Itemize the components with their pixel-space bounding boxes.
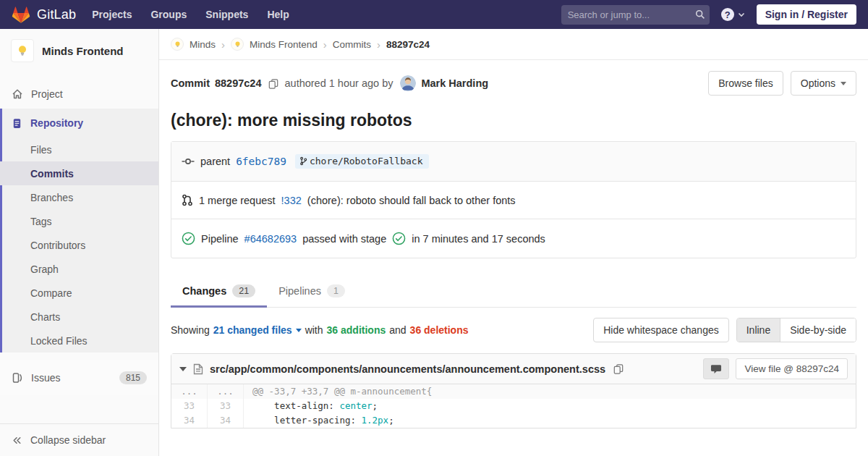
nav-groups[interactable]: Groups: [150, 9, 187, 20]
code-text: letter-spacing:: [252, 415, 362, 426]
commit-tabs: Changes 21 Pipelines 1: [171, 275, 856, 308]
nav-help[interactable]: Help: [267, 9, 289, 20]
code-value-token: 1.2px: [362, 415, 389, 426]
sidebar-item-commits[interactable]: Commits: [0, 161, 158, 185]
author-name[interactable]: Mark Harding: [421, 77, 488, 89]
sidebar-item-locked-files[interactable]: Locked Files: [0, 329, 158, 352]
sidebar-item-label: Repository: [30, 117, 83, 129]
project-sidebar: Minds Frontend Project Repository Files …: [0, 29, 159, 456]
search-input[interactable]: [568, 9, 695, 20]
parent-sha-link[interactable]: 6febc789: [236, 156, 286, 167]
help-menu[interactable]: ?: [721, 8, 745, 21]
commit-actions: Browse files Options: [708, 71, 856, 96]
code-text: ;: [373, 400, 378, 411]
top-navbar: GitLab Projects Groups Snippets Help ? S…: [0, 0, 868, 29]
sidebar-item-contributors[interactable]: Contributors: [0, 233, 158, 257]
old-line-number: ...: [171, 384, 208, 399]
parent-row: parent 6febc789 chore/RobotoFallback: [171, 142, 856, 181]
issues-count-badge: 815: [119, 371, 147, 384]
gitlab-logo[interactable]: GitLab: [12, 5, 76, 24]
breadcrumb-commits[interactable]: Commits: [333, 39, 371, 50]
pipeline-id-link[interactable]: #64682693: [244, 233, 297, 245]
issues-icon: [12, 372, 23, 384]
changes-count-badge: 21: [232, 284, 255, 297]
copy-path-button[interactable]: [612, 363, 625, 374]
nav-projects[interactable]: Projects: [92, 9, 132, 20]
showing-label: Showing: [171, 324, 210, 336]
new-line-number[interactable]: 34: [208, 413, 244, 428]
project-title: Minds Frontend: [42, 45, 124, 57]
parent-label: parent: [200, 156, 230, 167]
sign-in-button[interactable]: Sign in / Register: [757, 4, 856, 25]
diff-stats: Showing 21 changed files with 36 additio…: [171, 324, 469, 336]
changed-files-label: 21 changed files: [213, 324, 292, 336]
hunk-header-text: @@ -33,7 +33,7 @@ m-announcement{: [244, 384, 856, 399]
tab-label: Pipelines: [278, 285, 321, 297]
gitlab-tanuki-icon: [12, 5, 30, 24]
changed-files-dropdown[interactable]: 21 changed files: [213, 324, 302, 336]
breadcrumb-separator: ›: [323, 38, 327, 51]
tab-pipelines[interactable]: Pipelines 1: [267, 275, 357, 307]
side-by-side-view-button[interactable]: Side-by-side: [780, 318, 856, 342]
lightbulb-icon: [174, 41, 182, 48]
branch-icon: [299, 156, 307, 166]
tab-changes[interactable]: Changes 21: [171, 275, 267, 307]
file-actions: View file @ 88297c24: [703, 358, 848, 379]
sidebar-item-issues[interactable]: Issues 815: [0, 360, 158, 395]
sidebar-item-branches[interactable]: Branches: [0, 185, 158, 209]
toggle-comments-button[interactable]: [703, 358, 729, 379]
file-path[interactable]: src/app/common/components/announcements/…: [210, 363, 605, 375]
diff-summary-bar: Showing 21 changed files with 36 additio…: [171, 318, 856, 342]
content-area: Minds › Minds Frontend › Commits › 88297…: [159, 29, 868, 456]
sidebar-item-label: Issues: [31, 372, 60, 384]
merge-request-icon: [182, 194, 193, 206]
old-line-number[interactable]: 34: [171, 413, 208, 428]
commit-sha: 88297c24: [215, 77, 262, 89]
mr-count-text: 1 merge request: [199, 195, 276, 206]
branch-badge[interactable]: chore/RobotoFallback: [295, 154, 429, 169]
chevron-down-icon: [296, 329, 302, 332]
sidebar-item-graph[interactable]: Graph: [0, 257, 158, 281]
view-file-button[interactable]: View file @ 88297c24: [736, 358, 848, 379]
options-button[interactable]: Options: [791, 71, 856, 96]
home-icon: [12, 88, 23, 100]
stage-status-icon[interactable]: [392, 232, 406, 245]
diff-line-row: 34 34 letter-spacing: 1.2px;: [171, 413, 856, 428]
sidebar-section-repository: Repository Files Commits Branches Tags C…: [0, 109, 158, 352]
sidebar-item-repository[interactable]: Repository: [0, 109, 158, 138]
hide-whitespace-button[interactable]: Hide whitespace changes: [593, 318, 729, 342]
breadcrumb-group[interactable]: Minds: [190, 39, 216, 50]
collapse-sidebar-button[interactable]: Collapse sidebar: [0, 423, 158, 456]
project-avatar-small[interactable]: [231, 38, 244, 51]
new-line-number[interactable]: 33: [208, 399, 244, 413]
commit-title: (chore): more missing robotos: [171, 111, 856, 130]
author-avatar[interactable]: [400, 75, 416, 91]
commit-label: Commit: [171, 77, 210, 89]
sidebar-item-files[interactable]: Files: [0, 138, 158, 161]
code-line: letter-spacing: 1.2px;: [244, 413, 856, 428]
sidebar-item-compare[interactable]: Compare: [0, 281, 158, 305]
mr-link[interactable]: !332: [281, 195, 302, 206]
browse-files-button[interactable]: Browse files: [708, 71, 783, 96]
collapse-file-caret-icon[interactable]: [179, 367, 187, 371]
old-line-number[interactable]: 33: [171, 399, 208, 413]
brand-name: GitLab: [37, 7, 76, 22]
global-search[interactable]: [561, 5, 710, 25]
new-line-number: ...: [208, 384, 244, 399]
project-context[interactable]: Minds Frontend: [0, 29, 158, 80]
copy-icon: [613, 363, 624, 374]
inline-view-button[interactable]: Inline: [737, 318, 780, 342]
commit-meta-row: Commit 88297c24 authored 1 hour ago by: [171, 71, 856, 96]
and-label: and: [389, 324, 406, 336]
comment-icon: [710, 363, 722, 374]
commit-icon: [182, 156, 195, 166]
copy-sha-button[interactable]: [267, 78, 280, 89]
collapse-sidebar-label: Collapse sidebar: [30, 434, 106, 446]
sidebar-item-charts[interactable]: Charts: [0, 305, 158, 329]
breadcrumb-project[interactable]: Minds Frontend: [250, 39, 318, 50]
sidebar-item-tags[interactable]: Tags: [0, 209, 158, 233]
group-avatar[interactable]: [171, 38, 184, 51]
code-value-token: center: [339, 400, 372, 411]
sidebar-item-project[interactable]: Project: [0, 80, 158, 109]
nav-snippets[interactable]: Snippets: [205, 9, 248, 20]
